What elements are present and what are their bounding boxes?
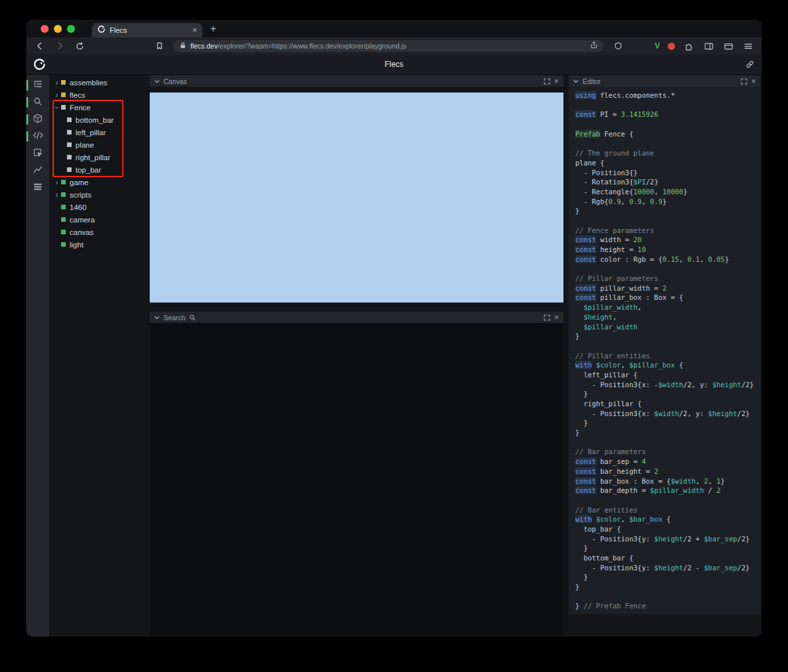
code-line: } <box>575 572 758 582</box>
page-title: Flecs <box>26 60 762 69</box>
code-line: // The ground plane <box>575 148 758 158</box>
editor-panel-header: Editor × <box>569 75 760 87</box>
close-icon[interactable]: × <box>751 77 756 85</box>
outliner-icon <box>33 79 43 92</box>
code-line: } <box>575 428 758 438</box>
code-line: } <box>575 418 758 428</box>
tree-item-top_bar[interactable]: top_bar <box>49 163 150 176</box>
url-domain: flecs.dev <box>190 42 217 50</box>
tree-expand-icon[interactable]: › <box>54 192 60 198</box>
rail-button-search[interactable] <box>26 94 49 111</box>
tab-title: Flecs <box>110 26 127 34</box>
tree-item-left_pillar[interactable]: left_pillar <box>49 126 150 138</box>
tree-expand-icon[interactable]: › <box>54 104 60 110</box>
code-line: Prefab Fence { <box>575 129 758 139</box>
close-icon[interactable]: × <box>554 314 559 322</box>
code-line: // Bar entities <box>575 505 758 515</box>
expand-icon[interactable] <box>741 78 747 85</box>
code-line: with $color, $pillar_box { <box>575 360 758 370</box>
bookmark-icon[interactable] <box>154 40 165 52</box>
browser-tab[interactable]: Flecs × <box>92 23 202 37</box>
window-close-button[interactable] <box>41 25 49 33</box>
search-panel: Search × <box>150 312 563 636</box>
tree-item-Fence[interactable]: ›Fence <box>49 101 150 114</box>
new-tab-button[interactable]: + <box>210 24 216 34</box>
chart-icon <box>33 165 43 177</box>
tab-close-icon[interactable]: × <box>192 26 197 35</box>
window-zoom-button[interactable] <box>67 25 75 33</box>
app-header: Flecs <box>26 54 762 75</box>
tree-expand-icon[interactable]: › <box>54 179 60 186</box>
chevron-down-icon[interactable] <box>154 315 160 320</box>
code-line: left_pillar { <box>575 370 758 380</box>
link-icon[interactable] <box>745 59 755 72</box>
code-line: - Rectangle{10000, 10000} <box>575 187 758 197</box>
shield-icon[interactable] <box>612 40 624 52</box>
entity-square-icon <box>61 230 66 234</box>
tree-expand-icon[interactable]: › <box>54 79 60 86</box>
reload-icon[interactable] <box>74 40 85 52</box>
magnifier-icon <box>189 314 196 321</box>
tree-item-game[interactable]: ›game <box>49 176 150 188</box>
rail-button-chart[interactable] <box>26 162 49 179</box>
rail-button-outliner[interactable] <box>26 77 49 94</box>
code-line: using flecs.components.* <box>575 91 758 100</box>
tree-item-light[interactable]: light <box>49 238 150 251</box>
tree-item-label: game <box>70 178 89 186</box>
tree-item-label: Fence <box>70 104 91 112</box>
record-icon[interactable] <box>668 43 675 50</box>
code-line <box>575 216 758 226</box>
code-line <box>575 138 758 148</box>
close-icon[interactable]: × <box>554 77 559 85</box>
search-panel-title: Search <box>164 314 185 322</box>
rail-button-stats[interactable] <box>26 179 49 196</box>
puzzle-icon[interactable] <box>683 40 695 52</box>
rail-active-indicator <box>26 80 28 91</box>
chevron-down-icon[interactable] <box>573 79 579 84</box>
entity-square-icon <box>61 242 66 247</box>
entity-square-icon <box>67 142 72 147</box>
sidebar-toggle-icon[interactable] <box>703 40 714 52</box>
code-line <box>575 438 758 448</box>
tree-item-assemblies[interactable]: ›assemblies <box>49 76 150 89</box>
editor-code[interactable]: using flecs.components.* const PI = 3.14… <box>569 87 760 611</box>
code-line: // Bar parameters <box>575 447 758 457</box>
search-results-area[interactable] <box>150 323 563 636</box>
tree-item-scripts[interactable]: ›scripts <box>49 188 150 201</box>
tree-item-plane[interactable]: plane <box>49 138 150 151</box>
tree-item-camera[interactable]: camera <box>49 213 150 226</box>
tree-item-canvas[interactable]: canvas <box>49 226 150 238</box>
code-line: // Fence parameters <box>575 226 758 236</box>
entity-square-icon <box>67 117 72 122</box>
url-bar[interactable]: flecs.dev/explorer/?wasm=https://www.fle… <box>173 40 604 52</box>
tree-item-label: bottom_bar <box>76 116 114 124</box>
code-line: top_bar { <box>575 524 758 534</box>
back-icon[interactable] <box>34 40 46 52</box>
rail-button-scene[interactable] <box>26 111 49 128</box>
wallet-icon[interactable] <box>722 40 734 52</box>
forward-icon[interactable] <box>54 40 66 52</box>
search-panel-header: Search × <box>150 312 563 323</box>
v-extension-icon[interactable]: V <box>655 41 660 51</box>
window-minimize-button[interactable] <box>54 25 62 33</box>
rail-button-inspect[interactable] <box>26 145 49 162</box>
tree-item-flecs[interactable]: ›flecs <box>49 89 150 101</box>
code-line: - Position3{x: -$width/2, y: $height/2} <box>575 380 758 390</box>
tree-item-label: right_pillar <box>76 154 110 161</box>
menu-icon[interactable] <box>742 40 754 52</box>
traffic-lights <box>41 25 75 33</box>
expand-icon[interactable] <box>544 314 550 321</box>
tree-item-right_pillar[interactable]: right_pillar <box>49 151 150 163</box>
canvas-viewport[interactable] <box>150 93 563 303</box>
chevron-down-icon[interactable] <box>154 79 160 84</box>
expand-icon[interactable] <box>544 78 550 85</box>
code-line <box>575 100 758 110</box>
rail-button-code[interactable] <box>26 128 49 145</box>
tree-expand-icon[interactable]: › <box>54 92 60 98</box>
tree-item-bottom_bar[interactable]: bottom_bar <box>49 114 150 126</box>
tree-item-1460[interactable]: 1460 <box>49 201 150 213</box>
share-icon[interactable] <box>590 40 598 52</box>
entity-tree: ›assemblies›flecs›Fencebottom_barleft_pi… <box>49 75 150 637</box>
code-line: const PI = 3.1415926 <box>575 110 758 119</box>
code-line: - Position3{x: $width/2, y: $height/2} <box>575 409 758 419</box>
